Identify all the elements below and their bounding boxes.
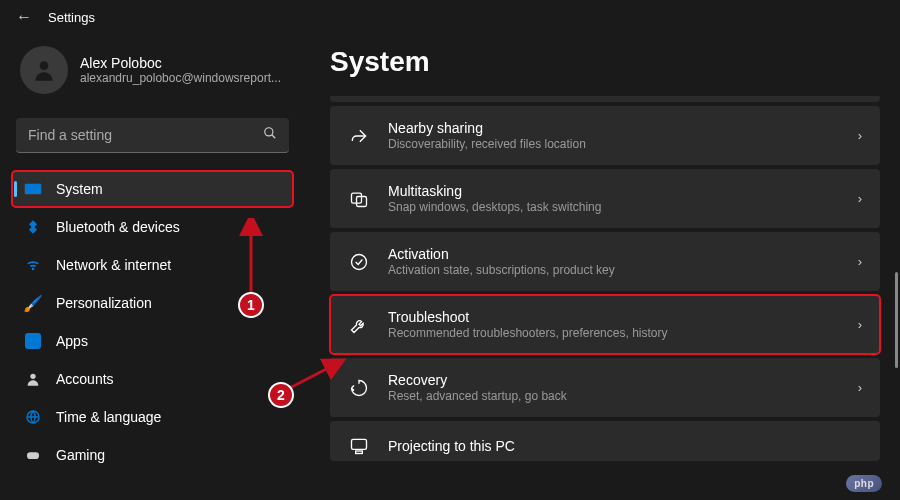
setting-title: Nearby sharing xyxy=(388,120,840,136)
setting-multitasking[interactable]: Multitasking Snap windows, desktops, tas… xyxy=(330,169,880,228)
bluetooth-icon xyxy=(24,218,42,236)
chevron-right-icon: › xyxy=(858,191,862,206)
setting-nearby-sharing[interactable]: Nearby sharing Discoverability, received… xyxy=(330,106,880,165)
sidebar-item-label: Apps xyxy=(56,333,88,349)
sidebar-item-label: Personalization xyxy=(56,295,152,311)
multitask-icon xyxy=(348,188,370,210)
setting-desc: Activation state, subscriptions, product… xyxy=(388,263,840,277)
partial-item-top xyxy=(330,96,880,102)
accounts-icon xyxy=(24,370,42,388)
setting-title: Recovery xyxy=(388,372,840,388)
recovery-icon xyxy=(348,377,370,399)
svg-point-8 xyxy=(352,254,367,269)
share-icon xyxy=(348,125,370,147)
sidebar-item-system[interactable]: System xyxy=(12,171,293,207)
setting-activation[interactable]: Activation Activation state, subscriptio… xyxy=(330,232,880,291)
setting-recovery[interactable]: Recovery Reset, advanced startup, go bac… xyxy=(330,358,880,417)
svg-point-1 xyxy=(265,128,273,136)
scrollbar[interactable] xyxy=(895,272,898,368)
svg-rect-5 xyxy=(27,452,39,459)
sidebar-item-label: Time & language xyxy=(56,409,161,425)
setting-desc: Reset, advanced startup, go back xyxy=(388,389,840,403)
wifi-icon xyxy=(24,256,42,274)
profile-block[interactable]: Alex Poloboc alexandru_poloboc@windowsre… xyxy=(12,34,293,114)
globe-icon xyxy=(24,408,42,426)
sidebar-item-label: Gaming xyxy=(56,447,105,463)
gaming-icon xyxy=(24,446,42,464)
sidebar-item-gaming[interactable]: Gaming xyxy=(12,437,293,473)
avatar xyxy=(20,46,68,94)
main-content: System Nearby sharing Discoverability, r… xyxy=(305,34,900,500)
sidebar-item-bluetooth[interactable]: Bluetooth & devices xyxy=(12,209,293,245)
setting-title: Troubleshoot xyxy=(388,309,840,325)
setting-projecting[interactable]: Projecting to this PC xyxy=(330,421,880,461)
back-icon[interactable]: ← xyxy=(16,8,32,26)
svg-line-2 xyxy=(272,135,276,139)
setting-desc: Recommended troubleshooters, preferences… xyxy=(388,326,840,340)
svg-rect-9 xyxy=(352,439,367,449)
chevron-right-icon: › xyxy=(858,317,862,332)
check-circle-icon xyxy=(348,251,370,273)
chevron-right-icon: › xyxy=(858,380,862,395)
sidebar-item-time[interactable]: Time & language xyxy=(12,399,293,435)
profile-email: alexandru_poloboc@windowsreport... xyxy=(80,71,281,85)
setting-title: Multitasking xyxy=(388,183,840,199)
sidebar-item-network[interactable]: Network & internet xyxy=(12,247,293,283)
setting-desc: Snap windows, desktops, task switching xyxy=(388,200,840,214)
setting-title: Projecting to this PC xyxy=(388,438,862,454)
sidebar-item-label: Accounts xyxy=(56,371,114,387)
setting-title: Activation xyxy=(388,246,840,262)
svg-point-0 xyxy=(40,61,49,70)
watermark: php xyxy=(846,475,882,492)
sidebar-item-label: Network & internet xyxy=(56,257,171,273)
wrench-icon xyxy=(348,314,370,336)
sidebar-item-label: Bluetooth & devices xyxy=(56,219,180,235)
projecting-icon xyxy=(348,435,370,457)
brush-icon: 🖌️ xyxy=(24,294,42,312)
svg-rect-10 xyxy=(356,451,363,454)
sidebar-item-label: System xyxy=(56,181,103,197)
search-input[interactable] xyxy=(16,118,289,153)
chevron-right-icon: › xyxy=(858,128,862,143)
chevron-right-icon: › xyxy=(858,254,862,269)
system-icon xyxy=(24,180,42,198)
sidebar-item-personalization[interactable]: 🖌️ Personalization xyxy=(12,285,293,321)
page-title: System xyxy=(330,46,880,78)
svg-point-3 xyxy=(30,374,35,379)
search-icon xyxy=(263,126,277,144)
apps-icon xyxy=(24,332,42,350)
setting-troubleshoot[interactable]: Troubleshoot Recommended troubleshooters… xyxy=(330,295,880,354)
setting-desc: Discoverability, received files location xyxy=(388,137,840,151)
profile-name: Alex Poloboc xyxy=(80,55,281,71)
window-title: Settings xyxy=(48,10,95,25)
sidebar-item-apps[interactable]: Apps xyxy=(12,323,293,359)
sidebar: Alex Poloboc alexandru_poloboc@windowsre… xyxy=(0,34,305,475)
search-field[interactable] xyxy=(28,127,263,143)
sidebar-item-accounts[interactable]: Accounts xyxy=(12,361,293,397)
